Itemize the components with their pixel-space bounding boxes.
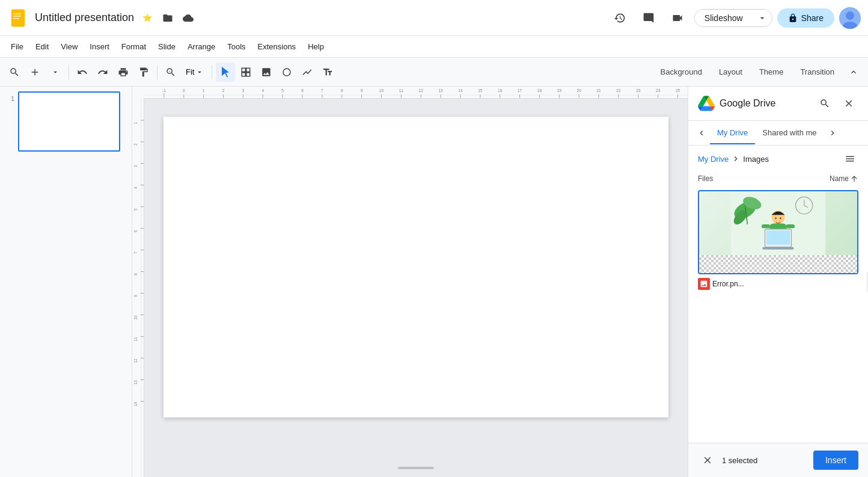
history-button[interactable] [608, 6, 632, 30]
svg-text:16: 16 [498, 87, 502, 93]
menu-edit[interactable]: Edit [29, 40, 55, 54]
svg-point-5 [846, 11, 854, 20]
comments-button[interactable] [637, 6, 661, 30]
drive-selected-count: 1 selected [722, 456, 808, 465]
folder-button[interactable] [159, 10, 176, 26]
drive-close-button[interactable] [839, 94, 858, 113]
drive-file-icon [698, 278, 710, 290]
ruler-horizontal: -1 0 1 2 3 4 5 6 7 [144, 87, 688, 99]
layout-button[interactable]: Layout [712, 65, 750, 79]
transition-button[interactable]: Transition [793, 65, 842, 79]
menu-bar: File Edit View Insert Format Slide Arran… [0, 36, 868, 58]
slide-bottom-bar [144, 459, 688, 477]
breadcrumb-current: Images [743, 155, 769, 164]
files-label: Files [698, 174, 830, 183]
star-button[interactable]: ⭐ [139, 10, 156, 26]
slideshow-button[interactable]: Slideshow [695, 10, 753, 26]
breadcrumb-parent[interactable]: My Drive [698, 155, 729, 164]
slideshow-button-group: Slideshow [694, 9, 772, 27]
svg-text:24: 24 [656, 87, 660, 93]
zoom-minus-button[interactable] [161, 63, 180, 82]
svg-rect-111 [766, 230, 790, 245]
slideshow-dropdown-button[interactable] [753, 10, 772, 26]
slide-thumbnail-row: 1 [5, 91, 127, 152]
drive-files-grid: Error.pn... [688, 185, 868, 443]
user-avatar[interactable] [839, 7, 861, 29]
slide-thumbnail[interactable] [18, 91, 120, 152]
collapse-toolbar-button[interactable] [844, 63, 863, 82]
menu-insert[interactable]: Insert [84, 40, 115, 54]
drive-bottom-bar: 1 selected Insert [688, 443, 868, 477]
drive-tab-forward[interactable] [824, 121, 841, 145]
cloud-save-button[interactable] [180, 10, 197, 26]
svg-text:14: 14 [458, 87, 462, 93]
svg-text:1: 1 [133, 122, 138, 124]
svg-text:15: 15 [478, 87, 482, 93]
zoom-selector[interactable]: Fit [182, 66, 208, 78]
menu-extensions[interactable]: Extensions [252, 40, 302, 54]
svg-text:23: 23 [636, 87, 640, 93]
app-icon [7, 7, 29, 29]
undo-button[interactable] [73, 63, 92, 82]
svg-rect-7 [242, 68, 246, 72]
svg-rect-9 [242, 72, 246, 76]
drive-file-thumbnail[interactable] [698, 190, 858, 274]
share-button[interactable]: Share [777, 8, 834, 28]
drive-panel: Google Drive My Drive Shared with me My … [688, 87, 868, 477]
svg-text:4: 4 [261, 87, 264, 93]
document-title[interactable]: Untitled presentation [35, 11, 134, 24]
menu-help[interactable]: Help [302, 40, 330, 54]
menu-format[interactable]: Format [115, 40, 152, 54]
svg-text:2: 2 [222, 87, 225, 93]
background-button[interactable]: Background [653, 65, 709, 79]
drive-list-view-button[interactable] [842, 150, 858, 167]
cursor-tool[interactable] [216, 63, 235, 82]
menu-file[interactable]: File [5, 40, 29, 54]
drive-panel-title: Google Drive [720, 98, 775, 109]
svg-text:8: 8 [341, 87, 343, 93]
slide-panel: 1 [0, 87, 132, 477]
svg-text:3: 3 [133, 165, 138, 167]
svg-point-113 [775, 217, 777, 219]
drive-tab-back[interactable] [693, 121, 710, 145]
canvas-area: -1 0 1 2 3 4 5 6 7 [132, 87, 688, 477]
zoom-in-button[interactable] [25, 63, 44, 82]
print-button[interactable] [114, 63, 133, 82]
menu-view[interactable]: View [55, 40, 84, 54]
menu-slide[interactable]: Slide [152, 40, 182, 54]
svg-text:3: 3 [242, 87, 245, 93]
toolbar-divider-2 [157, 65, 157, 79]
line-tool[interactable] [298, 63, 317, 82]
svg-text:4: 4 [133, 186, 138, 189]
search-button[interactable] [5, 63, 24, 82]
menu-arrange[interactable]: Arrange [182, 40, 221, 54]
drive-tab-shared[interactable]: Shared with me [755, 122, 824, 144]
theme-button[interactable]: Theme [752, 65, 790, 79]
zoom-dropdown-button[interactable] [46, 63, 65, 82]
svg-text:13: 13 [133, 380, 138, 384]
menu-tools[interactable]: Tools [221, 40, 251, 54]
svg-text:10: 10 [379, 87, 384, 93]
paint-format-button[interactable] [134, 63, 153, 82]
shape-tool[interactable] [277, 63, 296, 82]
image-tool[interactable] [257, 63, 276, 82]
svg-rect-12 [144, 87, 688, 98]
svg-text:9: 9 [361, 87, 363, 93]
select-tool[interactable] [236, 63, 255, 82]
toolbar-divider-1 [69, 65, 69, 79]
svg-text:25: 25 [676, 87, 680, 93]
textbox-tool[interactable] [318, 63, 337, 82]
drive-tab-my-drive[interactable]: My Drive [710, 122, 755, 144]
redo-button[interactable] [93, 63, 112, 82]
drive-search-button[interactable] [815, 94, 834, 113]
svg-text:11: 11 [399, 87, 403, 93]
drive-insert-button[interactable]: Insert [813, 451, 858, 470]
svg-rect-10 [246, 72, 250, 76]
drive-file-item[interactable]: Error.pn... [698, 190, 858, 291]
drive-clear-selection-button[interactable] [698, 451, 717, 470]
svg-text:19: 19 [557, 87, 561, 93]
slide-canvas[interactable] [164, 117, 668, 417]
drive-file-name: Error.pn... [712, 280, 744, 288]
drive-sort-button[interactable]: Name [830, 174, 858, 183]
meet-button[interactable] [665, 6, 689, 30]
